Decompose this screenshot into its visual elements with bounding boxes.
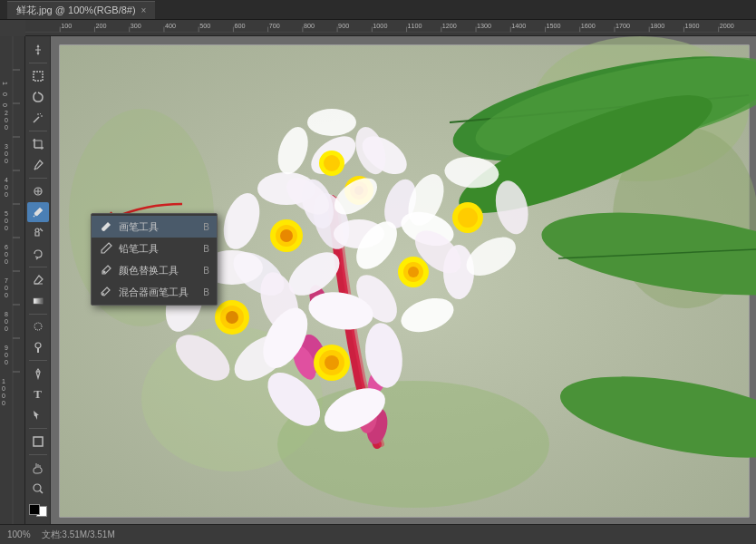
- pen-tool[interactable]: [27, 364, 49, 384]
- svg-text:2000: 2000: [720, 24, 734, 30]
- svg-text:1800: 1800: [650, 24, 664, 30]
- pencil-menu-icon: [99, 241, 113, 256]
- menu-item-mixer-brush[interactable]: 混合器画笔工具 B: [92, 281, 217, 303]
- hand-tool[interactable]: [27, 458, 49, 478]
- svg-point-76: [35, 228, 39, 232]
- spot-heal-tool[interactable]: [27, 181, 49, 201]
- svg-text:100: 100: [61, 24, 72, 30]
- menu-item-pencil[interactable]: 铅笔工具 B: [92, 238, 217, 259]
- svg-point-141: [226, 311, 238, 324]
- svg-rect-86: [34, 437, 43, 446]
- svg-text:300: 300: [131, 24, 141, 30]
- svg-point-166: [102, 293, 104, 295]
- crop-tool[interactable]: [27, 134, 49, 154]
- menu-pencil-shortcut: B: [203, 244, 209, 254]
- tab-label: 鲜花.jpg @ 100%(RGB/8#): [16, 4, 136, 17]
- svg-text:1700: 1700: [615, 24, 630, 30]
- svg-point-83: [35, 343, 41, 348]
- menu-brush-shortcut: B: [203, 222, 209, 232]
- brush-menu-icon: [99, 219, 113, 234]
- menu-pencil-label: 铅笔工具: [119, 242, 198, 256]
- svg-point-163: [458, 208, 478, 228]
- ruler-horizontal: 100 200 300 400 500 600 700 800 900 1000…: [25, 20, 756, 36]
- svg-text:300: 300: [5, 143, 8, 164]
- svg-text:1500: 1500: [547, 24, 561, 30]
- context-menu: 画笔工具 B 铅笔工具 B 颜色替换工具 B 混合器画笔工具 B: [91, 213, 218, 306]
- svg-point-85: [37, 371, 39, 373]
- svg-point-156: [325, 355, 339, 370]
- svg-text:500: 500: [5, 210, 8, 231]
- svg-text:1900: 1900: [684, 24, 699, 30]
- move-tool[interactable]: [27, 40, 49, 60]
- ruler-vertical: 100 200 300 400 500 600 700 800 900 1000: [0, 36, 25, 544]
- svg-text:900: 900: [338, 24, 349, 30]
- menu-mixer-brush-shortcut: B: [203, 287, 209, 297]
- svg-text:900: 900: [5, 345, 8, 365]
- svg-line-65: [34, 117, 39, 122]
- marquee-tool[interactable]: [27, 66, 49, 86]
- svg-text:1300: 1300: [477, 24, 491, 30]
- menu-item-brush[interactable]: 画笔工具 B: [92, 216, 217, 238]
- svg-text:200: 200: [5, 110, 8, 131]
- canvas-area: 画笔工具 B 铅笔工具 B 颜色替换工具 B 混合器画笔工具 B: [51, 36, 756, 524]
- svg-text:800: 800: [5, 311, 8, 332]
- svg-text:1000: 1000: [2, 378, 5, 406]
- svg-text:400: 400: [165, 24, 176, 30]
- menu-color-replace-label: 颜色替换工具: [119, 264, 198, 277]
- svg-point-94: [277, 381, 549, 508]
- menu-brush-label: 画笔工具: [119, 220, 198, 234]
- color-swatches[interactable]: [27, 500, 49, 520]
- menu-color-replace-shortcut: B: [203, 266, 209, 276]
- magic-wand-tool[interactable]: [27, 108, 49, 128]
- svg-text:200: 200: [96, 24, 107, 30]
- svg-text:500: 500: [199, 24, 210, 30]
- svg-text:700: 700: [269, 24, 280, 30]
- document-tab[interactable]: 鲜花.jpg @ 100%(RGB/8#) ×: [7, 1, 155, 19]
- svg-point-133: [408, 267, 419, 277]
- svg-text:1400: 1400: [511, 24, 526, 30]
- svg-point-117: [280, 229, 293, 242]
- svg-text:400: 400: [5, 177, 8, 198]
- close-tab-button[interactable]: ×: [141, 5, 147, 15]
- color-replace-menu-icon: [99, 263, 113, 277]
- status-bar: 100% 文档:3.51M/3.51M: [0, 524, 756, 544]
- svg-point-82: [34, 323, 42, 330]
- menu-mixer-brush-label: 混合器画笔工具: [119, 286, 198, 299]
- doc-info: 文档:3.51M/3.51M: [42, 529, 115, 541]
- dodge-tool[interactable]: [27, 337, 49, 357]
- path-select-tool[interactable]: [27, 405, 49, 425]
- history-brush-tool[interactable]: [27, 244, 49, 264]
- svg-text:1200: 1200: [442, 24, 457, 30]
- svg-text:800: 800: [304, 24, 315, 30]
- eraser-tool[interactable]: [27, 270, 49, 290]
- mixer-brush-menu-icon: [99, 285, 113, 299]
- svg-line-77: [40, 228, 43, 231]
- text-tool[interactable]: T: [27, 384, 49, 404]
- svg-text:1100: 1100: [408, 24, 422, 30]
- lasso-tool[interactable]: [27, 87, 49, 107]
- svg-line-68: [40, 113, 41, 114]
- gradient-tool[interactable]: [27, 291, 49, 311]
- svg-text:1000: 1000: [373, 24, 387, 30]
- zoom-tool[interactable]: [27, 479, 49, 499]
- svg-text:600: 600: [234, 24, 245, 30]
- blur-tool[interactable]: [27, 316, 49, 336]
- eyedropper-tool[interactable]: [27, 155, 49, 175]
- shape-tool[interactable]: [27, 432, 49, 452]
- svg-point-142: [307, 109, 356, 136]
- clone-stamp-tool[interactable]: [27, 223, 49, 243]
- title-bar: 鲜花.jpg @ 100%(RGB/8#) ×: [0, 0, 756, 20]
- svg-line-79: [36, 257, 38, 259]
- svg-text:600: 600: [5, 244, 8, 265]
- svg-point-87: [34, 484, 41, 491]
- brush-tool[interactable]: [27, 202, 49, 222]
- menu-item-color-replace[interactable]: 颜色替换工具 B: [92, 259, 217, 281]
- svg-point-165: [103, 271, 106, 274]
- svg-point-148: [324, 155, 340, 171]
- zoom-level: 100%: [7, 529, 31, 539]
- svg-line-88: [40, 491, 43, 493]
- tools-panel: T: [25, 36, 51, 524]
- svg-text:1600: 1600: [581, 24, 596, 30]
- svg-rect-64: [34, 72, 43, 81]
- svg-text:700: 700: [5, 277, 8, 298]
